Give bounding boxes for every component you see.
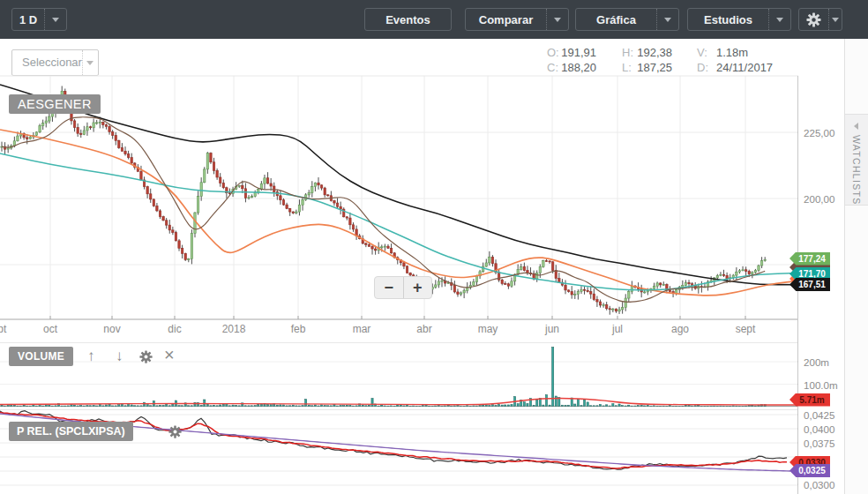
settings-button[interactable] bbox=[798, 8, 842, 31]
x-axis-label: mar bbox=[353, 323, 371, 335]
x-axis-label: nov bbox=[103, 323, 120, 335]
y-axis-label: 0,0400 bbox=[804, 423, 834, 435]
x-axis-label: 2018 bbox=[222, 323, 246, 335]
watchlists-strip: WATCHLISTS bbox=[844, 39, 868, 494]
prel-purple-badge: 0,0325 bbox=[789, 464, 830, 477]
x-axis-label: dic bbox=[168, 323, 181, 335]
x-axis-label: jul bbox=[612, 323, 623, 335]
y-axis-label: 200,00 bbox=[804, 193, 834, 205]
close-icon[interactable]: × bbox=[164, 345, 175, 365]
volume-panel-badge: VOLUME bbox=[9, 347, 73, 366]
last-price-badge: 177,24 bbox=[789, 252, 830, 266]
y-axis-label: 100.0m bbox=[804, 378, 838, 390]
chevron-down-icon bbox=[832, 18, 839, 22]
zoom-in-button[interactable]: + bbox=[404, 277, 432, 298]
zoom-controls: − + bbox=[374, 276, 432, 299]
x-axis-label: feb bbox=[291, 323, 306, 335]
chart-application: 1 D Eventos Comparar Gráfica Estudios Se… bbox=[0, 0, 868, 494]
x-axis-label: oct bbox=[43, 323, 57, 335]
chart-canvas[interactable] bbox=[0, 0, 798, 494]
symbol-badge: AESGENER bbox=[9, 94, 101, 114]
gear-icon bbox=[799, 9, 828, 30]
y-axis-label: 0,0425 bbox=[804, 409, 834, 421]
zoom-out-button[interactable]: − bbox=[375, 277, 404, 298]
watchlists-tab[interactable]: WATCHLISTS bbox=[845, 114, 868, 206]
y-axis-label: 200m bbox=[804, 356, 829, 368]
x-axis-label: sept bbox=[0, 323, 6, 335]
x-axis-label: sept bbox=[736, 323, 756, 335]
y-axis-label: 225,00 bbox=[804, 127, 834, 138]
y-axis-label: 0,0300 bbox=[804, 479, 834, 490]
x-axis-label: may bbox=[478, 323, 498, 335]
y-axis-label: 0,0375 bbox=[804, 438, 834, 449]
x-axis-label: jun bbox=[545, 323, 559, 335]
volume-badge-value: 5.71m bbox=[789, 393, 830, 407]
ma-black-badge: 167,51 bbox=[789, 278, 830, 291]
x-axis-label: ago bbox=[671, 323, 689, 335]
watchlists-label: WATCHLISTS bbox=[851, 135, 862, 206]
settings-dropdown[interactable] bbox=[828, 9, 842, 30]
collapse-arrow-icon bbox=[854, 123, 858, 130]
gear-icon[interactable] bbox=[139, 350, 153, 363]
x-axis-label: abr bbox=[416, 323, 431, 335]
move-up-icon[interactable]: ↑ bbox=[87, 348, 95, 365]
move-down-icon[interactable]: ↓ bbox=[116, 348, 123, 365]
gear-icon[interactable] bbox=[168, 425, 182, 438]
prel-panel-badge: P REL. (SPCLXIPSA) bbox=[9, 422, 133, 441]
